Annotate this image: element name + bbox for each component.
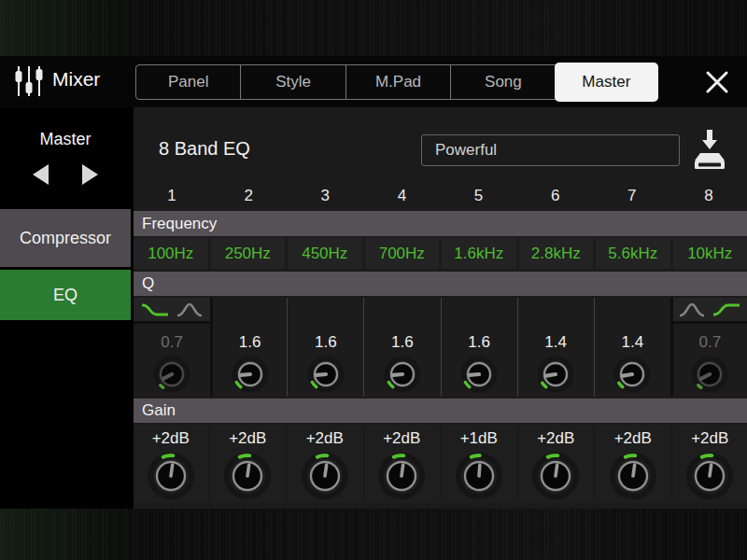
- tab-mpad[interactable]: M.Pad: [345, 65, 450, 99]
- gain-row: +2dB +2dB +2dB +2dB +1dB +2dB: [134, 425, 747, 503]
- cabinet-texture-bottom: [0, 509, 747, 560]
- gain-knob-band-3[interactable]: [298, 449, 352, 503]
- frequency-value-band-7[interactable]: 5.6kHz: [596, 238, 670, 269]
- frequency-value-band-1[interactable]: 100Hz: [134, 238, 208, 269]
- band-number-5: 5: [441, 182, 517, 210]
- q-value-band-7: 1.4: [621, 332, 643, 353]
- q-cell-band-2: 1.6: [210, 298, 287, 397]
- gain-cell-band-4: +2dB: [365, 425, 440, 503]
- gain-cell-band-7: +2dB: [596, 425, 670, 503]
- frequency-value-band-6[interactable]: 2.8kHz: [519, 238, 594, 269]
- filter-type-selector-band-8: [673, 298, 747, 324]
- close-button[interactable]: [702, 67, 732, 97]
- q-value-band-2: 1.6: [239, 332, 261, 353]
- gain-cell-band-2: +2dB: [211, 425, 286, 503]
- gain-value-band-6: +2dB: [537, 428, 574, 449]
- gain-knob-band-7[interactable]: [606, 449, 660, 503]
- band-number-2: 2: [210, 182, 287, 210]
- gain-knob-band-8[interactable]: [683, 449, 737, 503]
- save-preset-button[interactable]: [690, 126, 729, 173]
- q-knob-band-2[interactable]: [229, 353, 272, 396]
- cabinet-texture-top: [0, 0, 747, 56]
- q-cell-band-1: 0.7: [134, 298, 210, 397]
- band-number-1: 1: [134, 182, 210, 210]
- arrow-right-icon: [80, 162, 101, 187]
- q-cell-band-5: 1.6: [441, 298, 517, 397]
- gain-value-band-2: +2dB: [229, 428, 266, 449]
- header-bar: Mixer Panel Style M.Pad Song Master: [0, 56, 747, 107]
- gain-value-band-4: +2dB: [383, 428, 420, 449]
- q-value-band-4: 1.6: [391, 332, 414, 353]
- tab-song[interactable]: Song: [450, 65, 555, 99]
- band-number-8: 8: [670, 182, 747, 210]
- gain-knob-band-1[interactable]: [144, 449, 198, 503]
- q-value-band-5: 1.6: [468, 332, 490, 353]
- gain-value-band-3: +2dB: [306, 428, 344, 449]
- frequency-value-band-4[interactable]: 700Hz: [365, 238, 440, 269]
- tab-bar: Panel Style M.Pad Song Master: [135, 64, 658, 100]
- peak-icon[interactable]: [680, 301, 704, 318]
- q-cell-band-8: 0.7: [670, 298, 747, 397]
- gain-value-band-1: +2dB: [152, 428, 190, 449]
- preset-selector[interactable]: Powerful: [421, 134, 680, 166]
- tab-master[interactable]: Master: [555, 63, 658, 102]
- q-knob-band-6[interactable]: [534, 353, 577, 396]
- tab-style[interactable]: Style: [240, 65, 345, 99]
- gain-knob-band-2[interactable]: [220, 449, 275, 503]
- frequency-value-band-8[interactable]: 10kHz: [673, 238, 747, 269]
- frequency-value-band-2[interactable]: 250Hz: [211, 238, 286, 269]
- q-section-header: Q: [134, 272, 747, 296]
- save-icon: [693, 128, 726, 171]
- mixer-sliders-icon: [13, 64, 45, 102]
- gain-knob-band-4[interactable]: [374, 449, 429, 503]
- frequency-section-header: Frequency: [134, 211, 747, 236]
- next-page-button[interactable]: [80, 162, 101, 190]
- sidebar-pager: [0, 161, 131, 191]
- q-knob-band-3[interactable]: [304, 353, 347, 396]
- tab-panel[interactable]: Panel: [136, 65, 240, 99]
- band-number-7: 7: [594, 182, 670, 210]
- q-knob-band-8[interactable]: [688, 353, 731, 396]
- gain-cell-band-6: +2dB: [519, 425, 594, 503]
- gain-value-band-5: +1dB: [460, 428, 498, 449]
- q-knob-band-7[interactable]: [611, 353, 654, 396]
- gain-cell-band-8: +2dB: [673, 425, 747, 503]
- gain-cell-band-5: +1dB: [442, 425, 516, 503]
- q-cell-band-4: 1.6: [363, 298, 440, 397]
- eq-panel: 8 Band EQ Powerful 1 2 3 4 5 6 7 8: [134, 107, 747, 509]
- filter-type-selector-band-1: [134, 298, 210, 324]
- q-cell-band-7: 1.4: [594, 298, 670, 397]
- q-row: 0.7 1.6 1.6 1.6 1.6: [134, 298, 747, 397]
- prev-page-button[interactable]: [30, 162, 50, 190]
- frequency-row: 100Hz 250Hz 450Hz 700Hz 1.6kHz 2.8kHz 5.…: [134, 238, 747, 269]
- q-cell-band-3: 1.6: [287, 298, 363, 397]
- q-knob-band-1[interactable]: [150, 353, 193, 396]
- gain-knob-band-6[interactable]: [529, 449, 583, 503]
- band-number-4: 4: [363, 182, 440, 210]
- q-cell-band-6: 1.4: [517, 298, 594, 397]
- page-title: 8 Band EQ: [159, 138, 250, 160]
- sidebar-page-title: Master: [0, 130, 131, 149]
- band-number-3: 3: [287, 182, 363, 210]
- peak-icon[interactable]: [177, 301, 202, 318]
- gain-knob-band-5[interactable]: [452, 449, 506, 503]
- arrow-left-icon: [30, 162, 50, 187]
- q-value-band-8: 0.7: [699, 332, 722, 353]
- gain-cell-band-3: +2dB: [288, 425, 362, 503]
- sidebar-item-eq[interactable]: EQ: [0, 270, 131, 320]
- gain-value-band-7: +2dB: [614, 428, 652, 449]
- band-number-row: 1 2 3 4 5 6 7 8: [134, 182, 747, 210]
- frequency-value-band-5[interactable]: 1.6kHz: [442, 238, 516, 269]
- gain-value-band-8: +2dB: [691, 428, 728, 449]
- q-knob-band-4[interactable]: [381, 353, 424, 396]
- app-title: Mixer: [52, 68, 100, 91]
- gain-cell-band-1: +2dB: [134, 425, 208, 503]
- q-value-band-1: 0.7: [161, 332, 183, 353]
- high-shelf-icon[interactable]: [713, 301, 740, 318]
- sidebar-item-compressor[interactable]: Compressor: [0, 209, 131, 267]
- frequency-value-band-3[interactable]: 450Hz: [288, 238, 362, 269]
- low-shelf-icon[interactable]: [142, 301, 168, 318]
- q-knob-band-5[interactable]: [458, 353, 500, 396]
- sidebar: Master Compressor EQ: [0, 107, 131, 509]
- mixer-screen: Mixer Panel Style M.Pad Song Master Mast…: [0, 0, 747, 560]
